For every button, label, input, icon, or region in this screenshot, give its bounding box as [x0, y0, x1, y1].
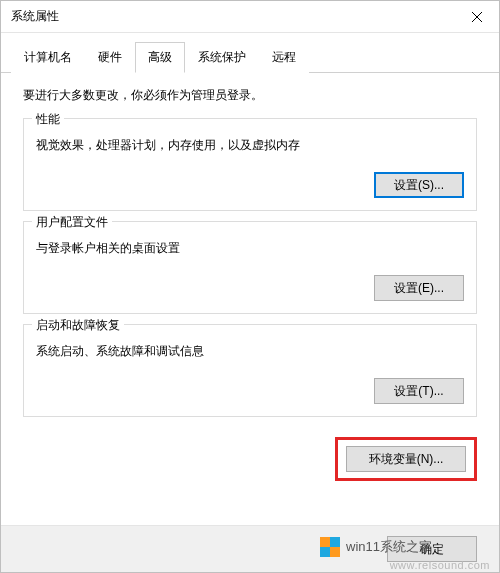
- ok-button[interactable]: 确定: [387, 536, 477, 562]
- group-performance-legend: 性能: [32, 111, 64, 128]
- group-performance-desc: 视觉效果，处理器计划，内存使用，以及虚拟内存: [36, 137, 464, 154]
- tab-advanced[interactable]: 高级: [135, 42, 185, 73]
- group-user-profiles: 用户配置文件 与登录帐户相关的桌面设置 设置(E)...: [23, 221, 477, 314]
- group-user-profiles-legend: 用户配置文件: [32, 214, 112, 231]
- tab-content-advanced: 要进行大多数更改，你必须作为管理员登录。 性能 视觉效果，处理器计划，内存使用，…: [1, 73, 499, 525]
- env-button-highlight: 环境变量(N)...: [335, 437, 477, 481]
- tab-system-protection[interactable]: 系统保护: [185, 42, 259, 73]
- tab-strip: 计算机名 硬件 高级 系统保护 远程: [1, 33, 499, 73]
- group-startup-recovery-legend: 启动和故障恢复: [32, 317, 124, 334]
- startup-recovery-settings-button[interactable]: 设置(T)...: [374, 378, 464, 404]
- tab-hardware[interactable]: 硬件: [85, 42, 135, 73]
- window-title: 系统属性: [11, 8, 59, 25]
- titlebar: 系统属性: [1, 1, 499, 33]
- tab-computer-name[interactable]: 计算机名: [11, 42, 85, 73]
- performance-settings-button[interactable]: 设置(S)...: [374, 172, 464, 198]
- group-user-profiles-desc: 与登录帐户相关的桌面设置: [36, 240, 464, 257]
- system-properties-window: 系统属性 计算机名 硬件 高级 系统保护 远程 要进行大多数更改，你必须作为管理…: [0, 0, 500, 573]
- group-performance: 性能 视觉效果，处理器计划，内存使用，以及虚拟内存 设置(S)...: [23, 118, 477, 211]
- user-profiles-settings-button[interactable]: 设置(E)...: [374, 275, 464, 301]
- close-icon: [472, 12, 482, 22]
- group-startup-recovery: 启动和故障恢复 系统启动、系统故障和调试信息 设置(T)...: [23, 324, 477, 417]
- env-button-row: 环境变量(N)...: [23, 437, 477, 481]
- tab-remote[interactable]: 远程: [259, 42, 309, 73]
- close-button[interactable]: [454, 2, 499, 32]
- admin-notice-text: 要进行大多数更改，你必须作为管理员登录。: [23, 87, 477, 104]
- dialog-button-bar: 确定: [1, 525, 499, 572]
- group-startup-recovery-desc: 系统启动、系统故障和调试信息: [36, 343, 464, 360]
- environment-variables-button[interactable]: 环境变量(N)...: [346, 446, 466, 472]
